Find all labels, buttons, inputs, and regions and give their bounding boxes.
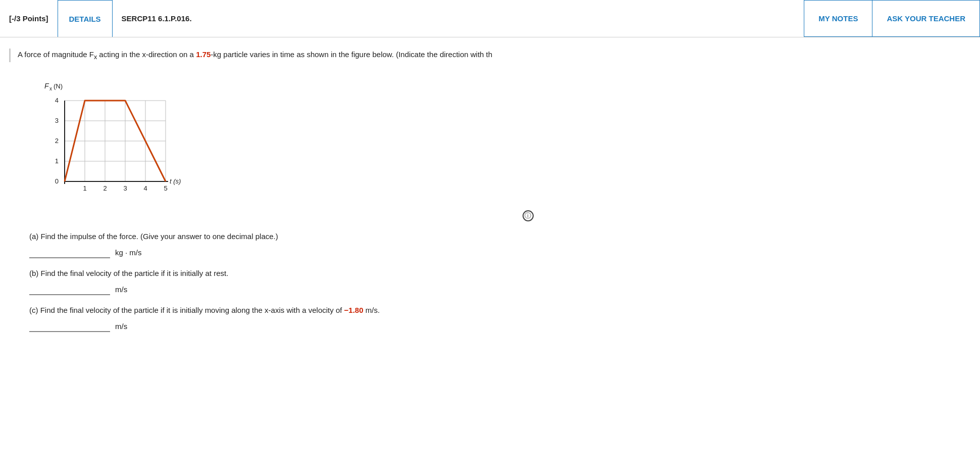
svg-text:3: 3 [123, 184, 127, 192]
part-c-answer-row: m/s [29, 320, 966, 332]
svg-text:2: 2 [55, 137, 59, 145]
part-b-input[interactable] [29, 284, 110, 295]
y-axis-sub: x [49, 86, 52, 91]
my-notes-button[interactable]: MY NOTES [804, 0, 872, 37]
info-icon[interactable]: ⓘ [523, 210, 534, 221]
ask-teacher-button[interactable]: ASK YOUR TEACHER [872, 0, 980, 37]
header-left: [-/3 Points] DETAILS SERCP11 6.1.P.016. [0, 0, 804, 37]
part-c-label: (c) Find the final velocity of the parti… [29, 304, 966, 316]
part-b-label: (b) Find the final velocity of the parti… [29, 267, 966, 279]
problem-description: A force of magnitude Fx acting in the x-… [9, 49, 966, 62]
svg-text:5: 5 [164, 184, 167, 192]
part-a-input[interactable] [29, 247, 110, 258]
svg-text:2: 2 [103, 184, 107, 192]
part-b-section: (b) Find the final velocity of the parti… [29, 267, 966, 295]
svg-text:t (s): t (s) [170, 177, 181, 185]
problem-id: SERCP11 6.1.P.016. [113, 14, 201, 23]
part-a-answer-row: kg · m/s [29, 247, 966, 258]
y-axis-unit: (N) [54, 82, 63, 90]
page-header: [-/3 Points] DETAILS SERCP11 6.1.P.016. … [0, 0, 980, 37]
problem-text-part3: -kg particle varies in time as shown in … [211, 50, 492, 59]
force-time-graph: F x (N) 4 3 2 1 0 1 2 [39, 80, 181, 197]
part-c-velocity: −1.80 [344, 306, 364, 314]
y-axis-label: F [44, 82, 49, 90]
svg-text:3: 3 [55, 117, 59, 124]
part-c-unit: m/s [115, 322, 127, 331]
part-b-unit: m/s [115, 285, 127, 294]
part-a-text: (a) Find the impulse of the force. (Give… [29, 232, 278, 241]
part-c-text-2: m/s. [364, 306, 380, 314]
part-a-section: (a) Find the impulse of the force. (Give… [29, 230, 966, 258]
part-c-text-1: (c) Find the final velocity of the parti… [29, 306, 344, 314]
main-content: A force of magnitude Fx acting in the x-… [0, 37, 980, 466]
part-a-unit: kg · m/s [115, 248, 142, 257]
info-icon-container: ⓘ [90, 210, 966, 221]
points-label: [-/3 Points] [0, 14, 58, 23]
problem-text-part1: A force of magnitude Fx acting in the x-… [18, 50, 196, 59]
mass-value: 1.75 [196, 50, 211, 59]
part-c-input[interactable] [29, 320, 110, 332]
svg-text:0: 0 [55, 177, 59, 185]
svg-text:1: 1 [83, 184, 86, 192]
header-right: MY NOTES ASK YOUR TEACHER [804, 0, 980, 37]
svg-text:4: 4 [143, 184, 147, 192]
graph-container: F x (N) 4 3 2 1 0 1 2 [39, 80, 181, 197]
part-b-answer-row: m/s [29, 284, 966, 295]
svg-text:4: 4 [55, 97, 59, 104]
part-c-section: (c) Find the final velocity of the parti… [29, 304, 966, 332]
details-tab[interactable]: DETAILS [58, 0, 113, 37]
part-a-label: (a) Find the impulse of the force. (Give… [29, 230, 966, 243]
part-b-text: (b) Find the final velocity of the parti… [29, 269, 228, 277]
svg-text:1: 1 [55, 157, 59, 165]
